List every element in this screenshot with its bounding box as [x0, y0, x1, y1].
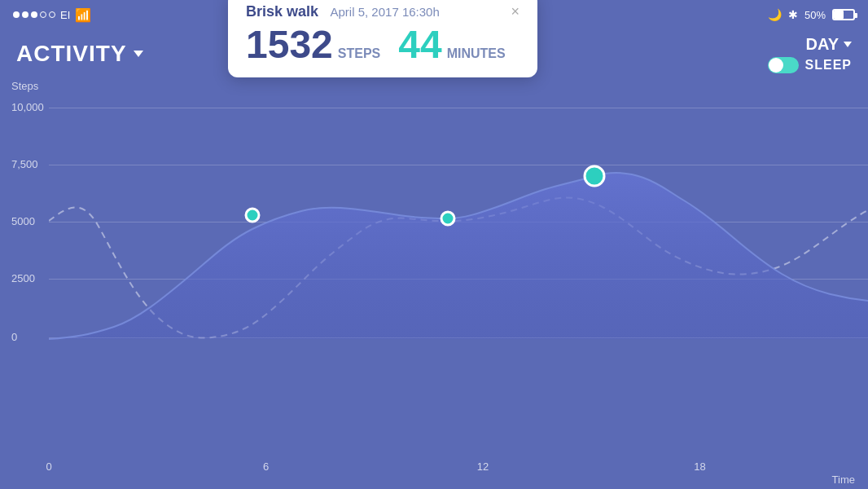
status-left: EI 📶: [13, 7, 91, 23]
sleep-label: SLEEP: [805, 58, 852, 73]
activity-tooltip: Brisk walk April 5, 2017 16:30h × 1532 S…: [228, 0, 537, 77]
dot-3: [31, 11, 37, 18]
dot-4: [40, 11, 46, 18]
minutes-count: 44: [398, 25, 441, 64]
y-label-0: 0: [11, 331, 17, 343]
x-label-0: 0: [46, 460, 51, 473]
minutes-label: MINUTES: [447, 46, 506, 61]
status-right: 🌙 ✱ 50%: [768, 8, 855, 21]
x-label-18: 18: [694, 460, 705, 473]
tooltip-close-button[interactable]: ×: [511, 3, 519, 20]
carrier-label: EI: [60, 9, 70, 21]
battery-icon: [832, 9, 855, 20]
tooltip-date: April 5, 2017 16:30h: [331, 5, 440, 19]
activity-title[interactable]: ACTIVITY: [16, 41, 143, 67]
toggle-knob: [769, 58, 783, 73]
title-text: ACTIVITY: [16, 41, 127, 67]
y-label-2500: 2500: [11, 272, 35, 284]
dot-1: [13, 11, 20, 18]
datapoint-3-active[interactable]: [585, 166, 604, 186]
tooltip-title-group: Brisk walk April 5, 2017 16:30h: [246, 3, 440, 20]
steps-count: 1532: [246, 25, 333, 64]
chart-area: Steps 10,000 7,500 5000 2500 0 0: [0, 78, 868, 489]
y-axis-title: Steps: [11, 80, 38, 92]
activity-chart: [49, 78, 868, 355]
steps-label: STEPS: [338, 46, 380, 61]
day-selector[interactable]: DAY: [806, 35, 852, 54]
moon-icon: 🌙: [768, 8, 782, 21]
y-label-7500: 7,500: [11, 158, 38, 170]
tooltip-header: Brisk walk April 5, 2017 16:30h ×: [246, 3, 519, 20]
dot-2: [22, 11, 28, 18]
datapoint-2[interactable]: [441, 212, 454, 225]
day-dropdown-arrow[interactable]: [844, 42, 852, 47]
sleep-toggle[interactable]: SLEEP: [768, 57, 852, 73]
area-fill: [49, 173, 868, 339]
tooltip-activity-type: Brisk walk: [246, 3, 318, 20]
wifi-icon: 📶: [75, 7, 91, 23]
x-axis-title: Time: [832, 474, 855, 486]
x-label-12: 12: [477, 460, 489, 473]
signal-dots: [13, 11, 55, 18]
day-label: DAY: [806, 35, 839, 54]
tooltip-stats: 1532 STEPS 44 MINUTES: [246, 25, 519, 64]
dot-5: [49, 11, 55, 18]
y-label-5000: 5000: [11, 215, 35, 227]
battery-fill: [834, 11, 844, 19]
header-right: DAY SLEEP: [768, 35, 852, 73]
toggle-track[interactable]: [768, 57, 799, 73]
bluetooth-icon: ✱: [788, 8, 798, 21]
datapoint-1[interactable]: [246, 209, 259, 222]
y-label-10000: 10,000: [11, 101, 44, 113]
battery-percent: 50%: [804, 9, 826, 21]
x-label-6: 6: [263, 460, 269, 473]
activity-dropdown-arrow[interactable]: [134, 51, 143, 57]
